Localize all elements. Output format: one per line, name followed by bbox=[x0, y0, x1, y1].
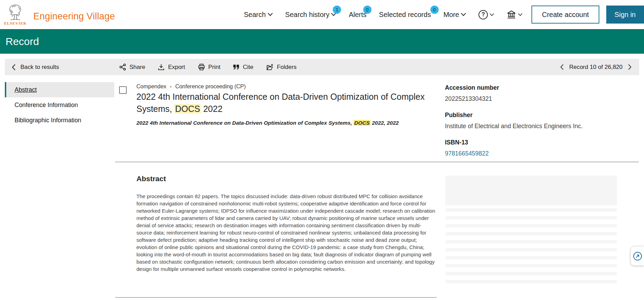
top-header: ELSEVIER Engineering Village Search Sear… bbox=[0, 0, 644, 29]
help-icon: ? bbox=[478, 10, 488, 19]
print-button[interactable]: Print bbox=[198, 63, 221, 71]
publisher-label: Publisher bbox=[445, 112, 639, 119]
page-banner: Record bbox=[0, 29, 644, 54]
page-title: Record bbox=[6, 36, 39, 47]
previous-record-icon[interactable] bbox=[560, 64, 564, 70]
record-pagination: Record 10 of 26,820 bbox=[560, 64, 639, 71]
app-title[interactable]: Engineering Village bbox=[33, 11, 115, 25]
record-select-checkbox[interactable] bbox=[119, 86, 127, 94]
skeleton-line bbox=[445, 208, 617, 212]
main-nav: Search Search history 1 Alerts 0 Selecte… bbox=[244, 10, 522, 19]
skeleton-line bbox=[445, 216, 617, 220]
nav-search-history-label: Search history bbox=[285, 11, 330, 19]
skeleton-line bbox=[445, 224, 617, 228]
record-source-highlight: DOCS bbox=[354, 120, 370, 126]
accession-number-label: Accession number bbox=[445, 84, 639, 91]
folders-button[interactable]: Folders bbox=[266, 63, 297, 71]
record-source-text: 2022 4th International Conference on Dat… bbox=[136, 120, 354, 126]
chevron-down-icon bbox=[461, 13, 466, 16]
record-meta: Compendex • Conference proceeding (CP) bbox=[136, 83, 246, 90]
print-label: Print bbox=[208, 64, 221, 71]
skeleton-line bbox=[445, 256, 617, 259]
share-button[interactable]: Share bbox=[119, 63, 145, 71]
share-icon bbox=[119, 63, 126, 71]
nav-more-label: More bbox=[444, 11, 459, 19]
sidebar-item-conference-information[interactable]: Conference Information bbox=[5, 97, 114, 113]
sidebar-item-conference-information-label: Conference Information bbox=[15, 102, 78, 109]
next-record-icon[interactable] bbox=[628, 64, 632, 70]
folders-label: Folders bbox=[277, 64, 297, 71]
nav-search[interactable]: Search bbox=[244, 11, 272, 19]
share-label: Share bbox=[129, 64, 145, 71]
chevron-down-icon bbox=[268, 13, 273, 16]
cite-button[interactable]: Cite bbox=[233, 64, 253, 71]
meta-separator: • bbox=[170, 85, 171, 89]
section-divider bbox=[115, 162, 639, 162]
elsevier-tree-icon bbox=[7, 4, 23, 21]
export-icon bbox=[158, 63, 165, 71]
selected-records-count-badge: 0 bbox=[430, 6, 439, 14]
skeleton-line bbox=[445, 240, 617, 244]
record-source: 2022 4th International Conference on Dat… bbox=[136, 120, 448, 126]
nav-search-label: Search bbox=[244, 11, 266, 19]
quick-links-widget[interactable] bbox=[631, 247, 644, 265]
brand[interactable]: ELSEVIER Engineering Village bbox=[5, 4, 115, 25]
print-icon bbox=[198, 63, 205, 71]
section-divider bbox=[115, 297, 437, 298]
chevron-left-icon bbox=[12, 64, 16, 70]
section-nav-sidebar: Abstract Conference Information Bibliogr… bbox=[5, 82, 114, 128]
elsevier-logo[interactable]: ELSEVIER bbox=[5, 4, 26, 25]
nav-alerts[interactable]: Alerts 0 bbox=[349, 11, 366, 19]
sidebar-item-abstract[interactable]: Abstract bbox=[5, 82, 114, 97]
record-toolbar: Back to results Share Export bbox=[5, 59, 639, 75]
nav-selected-records-label: Selected records bbox=[379, 11, 431, 19]
skeleton-line bbox=[445, 248, 617, 252]
record-title: 2022 4th International Conference on Dat… bbox=[136, 91, 431, 115]
nav-search-history[interactable]: Search history 1 bbox=[285, 11, 337, 19]
elsevier-wordmark: ELSEVIER bbox=[4, 21, 26, 25]
record-source-suffix: 2022, 2022 bbox=[370, 120, 399, 126]
search-history-count-badge: 1 bbox=[333, 6, 341, 14]
export-button[interactable]: Export bbox=[158, 63, 185, 71]
help-menu[interactable]: ? bbox=[478, 10, 494, 19]
sidebar-item-bibliographic-information-label: Bibliographic Information bbox=[15, 117, 81, 124]
skeleton-line bbox=[445, 264, 617, 267]
record-title-suffix: 2022 bbox=[201, 104, 223, 114]
cite-label: Cite bbox=[243, 64, 253, 71]
isbn13-label: ISBN-13 bbox=[445, 139, 639, 146]
cite-icon bbox=[233, 64, 240, 70]
export-label: Export bbox=[168, 64, 185, 71]
isbn13-link[interactable]: 9781665459822 bbox=[445, 150, 639, 157]
sidebar-item-bibliographic-information[interactable]: Bibliographic Information bbox=[5, 113, 114, 128]
chevron-down-icon bbox=[490, 13, 494, 16]
alerts-count-badge: 0 bbox=[363, 6, 372, 14]
skeleton-line bbox=[445, 272, 617, 275]
skeleton-line bbox=[445, 280, 617, 283]
record-position-label: Record 10 of 26,820 bbox=[569, 64, 623, 71]
record-title-highlight: DOCS bbox=[175, 104, 201, 114]
sidebar-item-abstract-label: Abstract bbox=[15, 86, 37, 94]
chevron-down-icon bbox=[518, 13, 522, 16]
skeleton-line bbox=[445, 232, 617, 236]
skeleton-block bbox=[445, 176, 617, 205]
nav-more[interactable]: More bbox=[444, 11, 466, 19]
document-type-label: Conference proceeding (CP) bbox=[175, 83, 246, 90]
nav-selected-records[interactable]: Selected records 0 bbox=[379, 11, 431, 19]
abstract-heading: Abstract bbox=[136, 175, 166, 183]
database-label: Compendex bbox=[136, 83, 166, 90]
abstract-text: The proceedings contain 82 papers. The t… bbox=[136, 193, 436, 273]
institution-menu[interactable] bbox=[507, 10, 522, 19]
institution-icon bbox=[507, 10, 516, 19]
back-to-results-link[interactable]: Back to results bbox=[5, 64, 119, 71]
accession-number-value: 20225213304321 bbox=[445, 95, 639, 103]
record-details-panel: Accession number 20225213304321 Publishe… bbox=[445, 84, 639, 166]
folders-icon bbox=[266, 63, 274, 71]
circled-arrow-icon bbox=[633, 252, 642, 261]
sign-in-button[interactable]: Sign in bbox=[606, 6, 644, 24]
toolbar-actions: Share Export Print bbox=[119, 63, 296, 71]
back-to-results-label: Back to results bbox=[20, 64, 59, 71]
publisher-value: Institute of Electrical and Electronics … bbox=[445, 123, 639, 130]
create-account-button[interactable]: Create account bbox=[531, 6, 599, 24]
